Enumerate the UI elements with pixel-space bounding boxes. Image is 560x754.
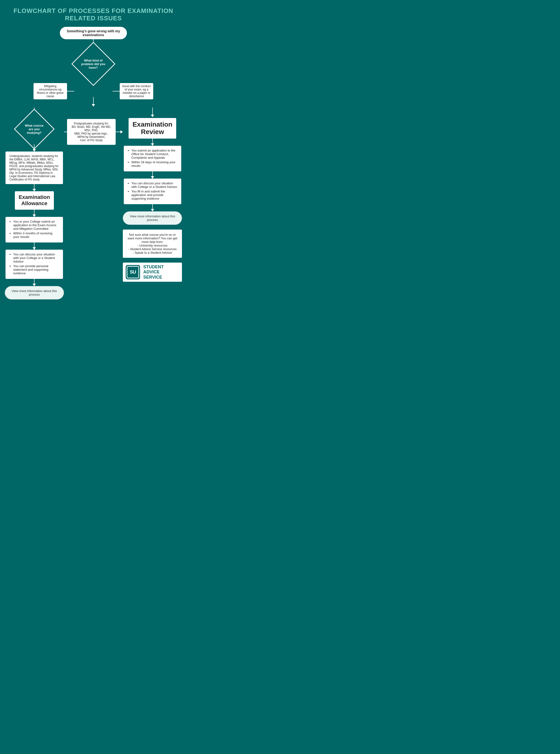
- middle-section: What course are you studying? Undergradu…: [5, 107, 182, 300]
- view-more-left[interactable]: View more information about this process: [5, 286, 64, 300]
- su-text: STUDENTADVICE SERVICE: [143, 265, 179, 280]
- er-step1-item2: Within 28 days of receiving your results: [132, 160, 177, 167]
- v-arrow-ea: [34, 210, 35, 217]
- arrow-to-er: [116, 130, 123, 134]
- page: FLOWCHART OF PROCESSES FOR EXAMINATION R…: [0, 0, 187, 311]
- ea-step2-item2: You can provide personal statement and s…: [13, 264, 59, 275]
- er-step1-list: You submit an application to the Office …: [127, 149, 177, 167]
- diamond1-section: What kind of problem did you have? Mitig…: [5, 48, 182, 106]
- v-arrow-d2: [34, 144, 35, 151]
- diamond1-text: What kind of problem did you have?: [80, 59, 106, 69]
- su-logo: SU: [126, 265, 140, 279]
- er-step1-item1: You submit an application to the Office …: [132, 149, 177, 159]
- postgrad-box: Postgraduates studying for:BD, BusD, MD,…: [67, 119, 116, 145]
- h-line-to-er: [116, 131, 120, 132]
- undergrad-box: Undergraduates, students studying for th…: [5, 151, 63, 184]
- er-step2: You can discuss your situation with Coll…: [124, 179, 181, 204]
- right-branch-label: Issue with the conduct of your exam, eg …: [120, 83, 153, 99]
- ea-step2: You can discuss your situation with your…: [5, 250, 63, 279]
- er-step1: You submit an application to the Office …: [124, 146, 181, 171]
- exam-allowance-title: ExaminationAllowance: [19, 194, 50, 207]
- v-arrow-right: [152, 107, 153, 117]
- left-branch-container: Mitigating circumstances eg illness or o…: [5, 64, 77, 99]
- right-branch-container: Issue with the conduct of your exam, eg …: [110, 64, 182, 99]
- v-arrow-ea2: [34, 243, 35, 250]
- h-line-postgrad-left: [64, 131, 67, 132]
- su-logo-inner: SU: [127, 266, 139, 278]
- er-step2-item1: You can discuss your situation with Coll…: [132, 181, 177, 189]
- left-branch-label: Mitigating circumstances eg illness or o…: [34, 83, 67, 99]
- arrow-row-postgrad: Postgraduates studying for:BD, BusD, MD,…: [64, 119, 123, 145]
- ea-step1-item2: Within 3 months of receiving your result…: [13, 231, 59, 239]
- diamond2-text: What course are you studying?: [22, 124, 46, 135]
- v-arrow-er2: [152, 171, 153, 179]
- ea-step1-item1: You or your College submit an applicatio…: [13, 220, 59, 230]
- su-badge: SU STUDENTADVICE SERVICE: [123, 263, 182, 282]
- v-arrow-ea3: [34, 279, 35, 286]
- view-more-right[interactable]: View more information about this process: [123, 211, 182, 225]
- page-title: FLOWCHART OF PROCESSES FOR EXAMINATION R…: [5, 5, 182, 27]
- v-arrow-er1: [152, 139, 153, 146]
- v-arrow-undergrad: [34, 184, 35, 191]
- exam-review-title: ExaminationReview: [133, 121, 172, 136]
- v-arrow-er3: [152, 204, 153, 211]
- v-arrow-d1: [93, 97, 94, 106]
- right-flow: ExaminationReview You submit an applicat…: [123, 107, 182, 282]
- arrow-from-d1: [93, 97, 94, 106]
- ea-step2-list: You can discuss your situation with your…: [9, 252, 59, 275]
- diamond2: What course are you studying?: [14, 109, 55, 149]
- center-flow: Postgraduates studying for:BD, BusD, MD,…: [64, 107, 123, 146]
- exam-review-box: ExaminationReview: [128, 118, 176, 139]
- bottom-spacer: [5, 300, 182, 307]
- left-flow: What course are you studying? Undergradu…: [5, 107, 64, 300]
- er-step2-list: You can discuss your situation with Coll…: [127, 181, 177, 200]
- ea-step1: You or your College submit an applicatio…: [5, 217, 63, 243]
- ea-step2-item1: You can discuss your situation with your…: [13, 252, 59, 263]
- ea-step1-list: You or your College submit an applicatio…: [9, 220, 59, 239]
- arrow-right-er: [120, 130, 123, 134]
- er-step2-item2: You fill in and submit the application a…: [132, 189, 177, 200]
- not-sure-box: Not sure what course you're on or want m…: [123, 229, 182, 258]
- exam-allowance-box: ExaminationAllowance: [15, 191, 54, 210]
- start-node: Something's gone wrong with my examinati…: [60, 27, 127, 39]
